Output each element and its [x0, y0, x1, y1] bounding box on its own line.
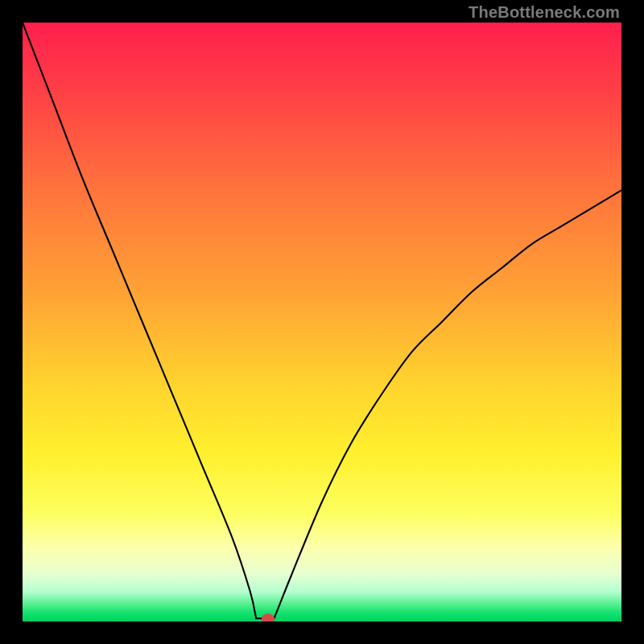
chart-frame: TheBottleneck.com — [0, 0, 644, 644]
chart-svg — [23, 23, 621, 621]
watermark-label: TheBottleneck.com — [469, 3, 620, 22]
optimal-point-marker — [262, 613, 275, 621]
plot-area — [23, 23, 621, 621]
bottleneck-curve — [23, 23, 621, 618]
